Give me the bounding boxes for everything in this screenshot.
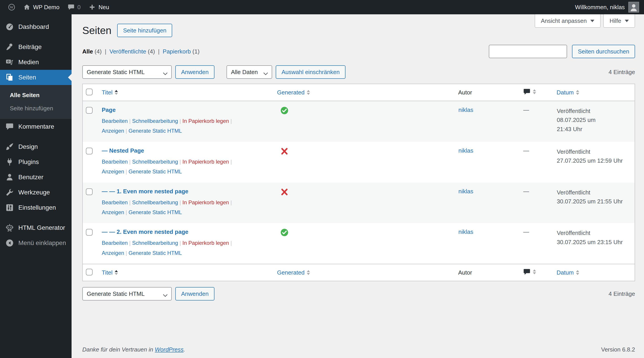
select-all-checkbox[interactable] [86, 89, 92, 95]
site-name: WP Demo [33, 4, 60, 11]
date-line: Veröffentlicht [557, 188, 634, 197]
author-link[interactable]: niklas [458, 188, 473, 195]
sidebar-item-design[interactable]: Design [0, 139, 72, 154]
avatar[interactable] [628, 2, 639, 13]
add-page-button[interactable]: Seite hinzufügen [117, 24, 172, 37]
chevron-down-icon [590, 20, 594, 24]
separator: | [229, 240, 232, 246]
admin-bar-comments[interactable]: 0 [64, 0, 84, 14]
sidebar-item-html-generator[interactable]: HTML Generator [0, 220, 72, 235]
row-action-anzeigen[interactable]: Anzeigen [102, 250, 124, 256]
filter-button[interactable]: Auswahl einschränken [276, 65, 346, 79]
sidebar-item-seiten[interactable]: Seiten [0, 70, 72, 85]
submenu-item-seite-hinzuf-gen[interactable]: Seite hinzufügen [0, 102, 72, 115]
row-action-anzeigen[interactable]: Anzeigen [102, 168, 124, 175]
sidebar-item-werkzeuge[interactable]: Werkzeuge [0, 185, 72, 200]
row-action-schnellbearbeitung[interactable]: Schnellbearbeitung [132, 240, 178, 246]
row-actions: Bearbeiten | Schnellbearbeitung | In Pap… [102, 157, 277, 177]
row-action-in-papierkorb-legen[interactable]: In Papierkorb legen [182, 159, 229, 165]
sidebar-item-medien[interactable]: Medien [0, 55, 72, 70]
row-action-schnellbearbeitung[interactable]: Schnellbearbeitung [132, 159, 178, 165]
row-action-anzeigen[interactable]: Anzeigen [102, 209, 124, 215]
items-count-bottom: 4 Einträge [608, 290, 635, 297]
apply-button-bottom[interactable]: Anwenden [175, 287, 214, 300]
screen-options-label: Ansicht anpassen [541, 18, 587, 24]
site-name-link[interactable]: WP Demo [19, 0, 64, 14]
bulk-action-select-bottom[interactable]: Generate Static HTML [82, 287, 172, 300]
sort-by-generated[interactable]: Generated [277, 88, 310, 96]
sidebar-item-dashboard[interactable]: Dashboard [0, 19, 72, 35]
submenu-item-alle-seiten[interactable]: Alle Seiten [0, 89, 72, 102]
row-actions: Bearbeiten | Schnellbearbeitung | In Pap… [102, 238, 277, 258]
sort-by-title[interactable]: Titel [102, 268, 118, 276]
page-title-link[interactable]: — Nested Page [102, 147, 144, 154]
sidebar-item-plugins[interactable]: Plugins [0, 154, 72, 170]
filter-link-ver-ffentlichte[interactable]: Veröffentlichte (4) [109, 48, 155, 55]
row-action-in-papierkorb-legen[interactable]: In Papierkorb legen [182, 199, 229, 205]
filter-link-alle[interactable]: Alle (4) [82, 48, 102, 55]
sort-by-comments[interactable] [523, 88, 536, 96]
date-filter-select[interactable]: Alle Daten [226, 65, 272, 79]
row-checkbox[interactable] [86, 229, 92, 236]
row-action-bearbeiten[interactable]: Bearbeiten [102, 159, 128, 165]
row-action-schnellbearbeitung[interactable]: Schnellbearbeitung [132, 199, 178, 205]
apply-button[interactable]: Anwenden [175, 65, 214, 79]
sort-by-date[interactable]: Datum [556, 268, 579, 276]
version-text: Version 6.8.2 [601, 346, 635, 353]
pages-table: Titel Generated Autor [82, 84, 635, 281]
row-action-bearbeiten[interactable]: Bearbeiten [102, 118, 128, 124]
row-checkbox[interactable] [86, 188, 92, 195]
sidebar-item-benutzer[interactable]: Benutzer [0, 170, 72, 185]
page-title-link[interactable]: — — 2. Even more nested page [102, 228, 188, 235]
sort-by-comments[interactable] [523, 268, 536, 276]
row-action-in-papierkorb-legen[interactable]: In Papierkorb legen [182, 240, 229, 246]
sort-by-date[interactable]: Datum [556, 88, 579, 96]
row-action-anzeigen[interactable]: Anzeigen [102, 128, 124, 134]
row-action-generate-static-html[interactable]: Generate Static HTML [128, 168, 182, 175]
row-action-schnellbearbeitung[interactable]: Schnellbearbeitung [132, 118, 178, 124]
separator: | [128, 118, 132, 124]
page-title-link[interactable]: Page [102, 107, 116, 113]
row-checkbox[interactable] [86, 148, 92, 154]
wordpress-logo-menu[interactable]: W [4, 0, 19, 14]
row-action-generate-static-html[interactable]: Generate Static HTML [128, 209, 182, 215]
page-title-link[interactable]: — — 1. Even more nested page [102, 188, 188, 195]
comments-column-icon [523, 88, 531, 96]
comments-value: — [523, 107, 529, 113]
row-action-in-papierkorb-legen[interactable]: In Papierkorb legen [182, 118, 229, 124]
sidebar-item-men-einklappen[interactable]: Menü einklappen [0, 235, 72, 251]
comments-value: — [523, 188, 529, 195]
sidebar-item-kommentare[interactable]: Kommentare [0, 119, 72, 134]
new-label: Neu [98, 4, 109, 11]
screen-options-tab[interactable]: Ansicht anpassen [535, 14, 600, 28]
bulk-action-select[interactable]: Generate Static HTML [82, 65, 172, 79]
new-content-menu[interactable]: Neu [84, 0, 113, 14]
admin-footer: Danke für dein Vertrauen in WordPress. V… [82, 346, 635, 353]
admin-bar: W WP Demo 0 Neu Willkommen, niklas [0, 0, 644, 14]
x-mark-icon [280, 147, 288, 155]
row-checkbox[interactable] [86, 107, 92, 114]
select-all-checkbox[interactable] [86, 269, 92, 275]
collapse-arrow-icon [5, 239, 14, 247]
sidebar-item-label: Benutzer [18, 174, 44, 181]
row-action-bearbeiten[interactable]: Bearbeiten [102, 240, 128, 246]
author-link[interactable]: niklas [458, 147, 473, 154]
row-action-generate-static-html[interactable]: Generate Static HTML [128, 250, 182, 256]
author-column-header: Autor [458, 89, 472, 96]
sidebar-item-beitr-ge[interactable]: Beiträge [0, 39, 72, 55]
row-action-bearbeiten[interactable]: Bearbeiten [102, 199, 128, 205]
author-link[interactable]: niklas [458, 228, 473, 235]
sort-by-generated[interactable]: Generated [277, 268, 310, 276]
search-pages-button[interactable]: Seiten durchsuchen [572, 45, 635, 58]
sidebar-item-einstellungen[interactable]: Einstellungen [0, 200, 72, 215]
separator: | [124, 209, 128, 215]
author-link[interactable]: niklas [458, 107, 473, 113]
check-circle-icon [280, 228, 288, 236]
filter-link-papierkorb[interactable]: Papierkorb (1) [163, 48, 200, 55]
help-tab[interactable]: Hilfe [603, 14, 635, 28]
row-action-generate-static-html[interactable]: Generate Static HTML [128, 128, 182, 134]
sort-by-title[interactable]: Titel [102, 88, 118, 96]
my-account-link[interactable]: Willkommen, niklas [575, 4, 625, 11]
search-input[interactable] [489, 45, 567, 58]
wordpress-link[interactable]: WordPress [155, 346, 184, 353]
